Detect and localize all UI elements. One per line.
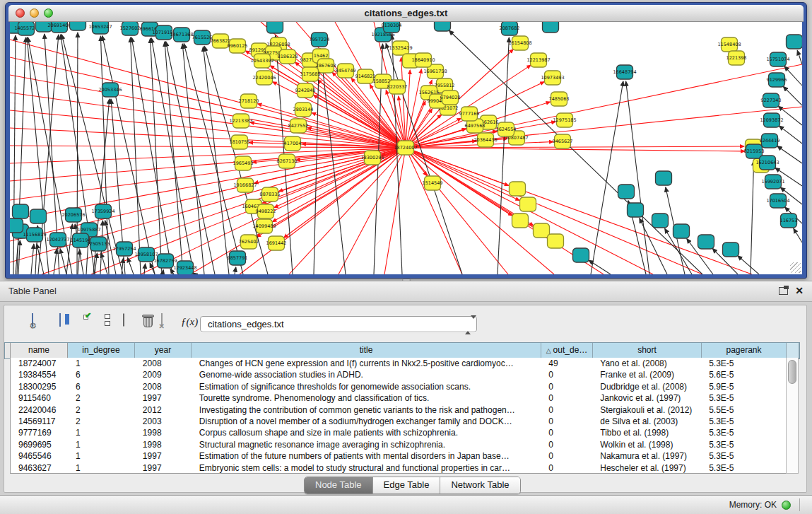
graph-node-label: 7625402 xyxy=(239,239,259,245)
graph-node-label: 8215953 xyxy=(744,148,765,154)
cell-year: 2008 xyxy=(135,358,192,369)
graph-node-label: 2087682 xyxy=(500,25,520,31)
graph-node[interactable] xyxy=(787,35,803,49)
tab-network-table[interactable]: Network Table xyxy=(440,477,519,493)
table-row[interactable]: 946554611997Estimation of the future num… xyxy=(11,450,786,462)
graph-node[interactable] xyxy=(673,224,690,238)
column-visibility-icon[interactable] xyxy=(59,314,61,327)
column-header-year[interactable]: year xyxy=(135,343,192,358)
cell-name: 18300295 xyxy=(11,381,68,392)
table-row[interactable]: 2242004622012Investigating the contribut… xyxy=(11,404,786,416)
scrollbar-thumb[interactable] xyxy=(788,360,796,384)
tab-node-table[interactable]: Node Table xyxy=(305,477,373,493)
column-header-in_degree[interactable]: in_degree xyxy=(68,343,135,358)
table-header-row: namein_degreeyeartitle△out_de…shortpager… xyxy=(4,342,800,359)
cell-out_de: 0 xyxy=(541,404,592,416)
table-row[interactable]: 911546021997Tourette syndrome. Phenomeno… xyxy=(11,392,786,404)
table-row[interactable]: 1456911722003Disruption of a novel membe… xyxy=(11,416,786,427)
cell-year: 2012 xyxy=(135,404,192,416)
table-row[interactable]: 1938455462009Genome-wide association stu… xyxy=(11,369,786,380)
dropdown-arrows-icon xyxy=(465,319,471,329)
graph-node[interactable] xyxy=(70,22,86,30)
citation-edge-red xyxy=(289,148,406,274)
column-header-pagerank[interactable]: pagerank xyxy=(702,343,787,358)
table-grid-icon: ⚙ xyxy=(32,313,33,327)
graph-node-label: 16210643 xyxy=(755,160,779,165)
canvas-resize-grip[interactable] xyxy=(790,262,801,273)
citation-edge-black xyxy=(777,146,802,163)
graph-node-label: 10543392 xyxy=(250,58,273,64)
graph-node-label: 12213987 xyxy=(526,57,550,63)
tab-edge-table[interactable]: Edge Table xyxy=(373,477,441,493)
citation-edge-black xyxy=(794,228,802,243)
table-row[interactable]: 946362711997Embryonic stem cells: a mode… xyxy=(11,462,786,474)
citation-edge-black xyxy=(163,270,163,274)
new-table-icon[interactable] xyxy=(123,314,124,327)
graph-node[interactable] xyxy=(510,182,526,196)
cell-title: Estimation of significance thresholds fo… xyxy=(192,381,541,392)
table-row[interactable]: 1872400712008Changes of HCN gene express… xyxy=(11,358,786,369)
graph-node[interactable] xyxy=(698,235,714,249)
graph-node[interactable] xyxy=(10,218,23,233)
graph-node[interactable] xyxy=(543,22,559,33)
table-row[interactable]: 1830029562008Estimation of significance … xyxy=(11,381,786,392)
cell-name: 18724007 xyxy=(11,358,68,369)
cell-year: 2009 xyxy=(135,369,192,380)
graph-node[interactable] xyxy=(267,22,283,33)
graph-node-label: 9960125 xyxy=(228,43,248,49)
cell-in_degree: 1 xyxy=(68,462,135,474)
graph-node-label: 15992071 xyxy=(761,179,784,185)
graph-node-label: 3175685 xyxy=(300,71,321,77)
cell-in_degree: 6 xyxy=(68,369,135,380)
graph-node[interactable] xyxy=(534,223,550,238)
cell-title: Genome-wide association studies in ADHD. xyxy=(192,369,541,380)
graph-node[interactable] xyxy=(652,214,669,228)
cell-name: 19384554 xyxy=(11,369,68,380)
cell-pagerank: 5.6E-5 xyxy=(701,369,786,380)
graph-node[interactable] xyxy=(573,248,589,262)
graph-node-label: 417004 xyxy=(284,141,302,146)
memory-ok-indicator[interactable] xyxy=(782,501,791,510)
cell-name: 9699695 xyxy=(11,439,68,450)
graph-node-label: 7957224 xyxy=(310,37,330,42)
vertical-scrollbar[interactable] xyxy=(786,358,799,474)
graph-node[interactable] xyxy=(656,171,672,185)
network-canvas[interactable]: 1405572420691406106532471527602696616010… xyxy=(10,22,802,274)
table-row[interactable]: 977716911998Corpus callosum shape and si… xyxy=(11,427,786,438)
graph-node-label: 14671368 xyxy=(170,32,193,37)
cell-year: 1998 xyxy=(135,439,192,450)
cell-short: Franke et al. (2009) xyxy=(592,369,701,380)
window-titlebar[interactable]: citations_edges.txt xyxy=(8,5,804,22)
column-header-out_de[interactable]: △out_de… xyxy=(541,343,593,358)
citation-edge-black xyxy=(182,44,204,274)
column-header-name[interactable]: name xyxy=(11,343,68,358)
graph-node[interactable] xyxy=(512,214,529,228)
graph-node[interactable] xyxy=(628,203,644,217)
column-header-short[interactable]: short xyxy=(593,343,702,358)
graph-node[interactable] xyxy=(520,197,536,211)
table-row[interactable]: 969969511998Structural magnetic resonanc… xyxy=(11,439,786,450)
graph-node[interactable] xyxy=(548,234,564,248)
graph-node[interactable] xyxy=(13,204,29,218)
network-table-dropdown[interactable]: citations_edges.txt xyxy=(200,316,477,332)
graph-node[interactable] xyxy=(435,22,451,31)
graph-node[interactable] xyxy=(30,209,47,223)
cell-in_degree: 2 xyxy=(68,416,135,427)
graph-node[interactable] xyxy=(618,185,635,199)
graph-node[interactable] xyxy=(723,243,739,257)
cell-title: Changes of HCN gene expression and I(f) … xyxy=(192,358,541,369)
cell-year: 1997 xyxy=(135,450,192,462)
cell-title: Tourette syndrome. Phenomenology and cla… xyxy=(192,392,541,404)
column-header-title[interactable]: title xyxy=(192,343,541,358)
window-title: citations_edges.txt xyxy=(8,5,804,21)
table-mode-icon[interactable]: ⚙ xyxy=(32,314,33,327)
close-panel-icon[interactable]: ✕ xyxy=(795,285,804,296)
merge-rows-icon[interactable] xyxy=(105,314,110,328)
cell-in_degree: 2 xyxy=(68,392,135,404)
float-panel-icon[interactable] xyxy=(779,287,788,295)
table-body: 1872400712008Changes of HCN gene express… xyxy=(10,358,786,474)
graph-node-label: 1691442 xyxy=(266,240,287,246)
graph-node-label: 11156819 xyxy=(23,232,46,238)
function-builder-icon[interactable]: ƒ(x) xyxy=(181,316,198,328)
graph-node-label: 11548408 xyxy=(717,42,741,47)
